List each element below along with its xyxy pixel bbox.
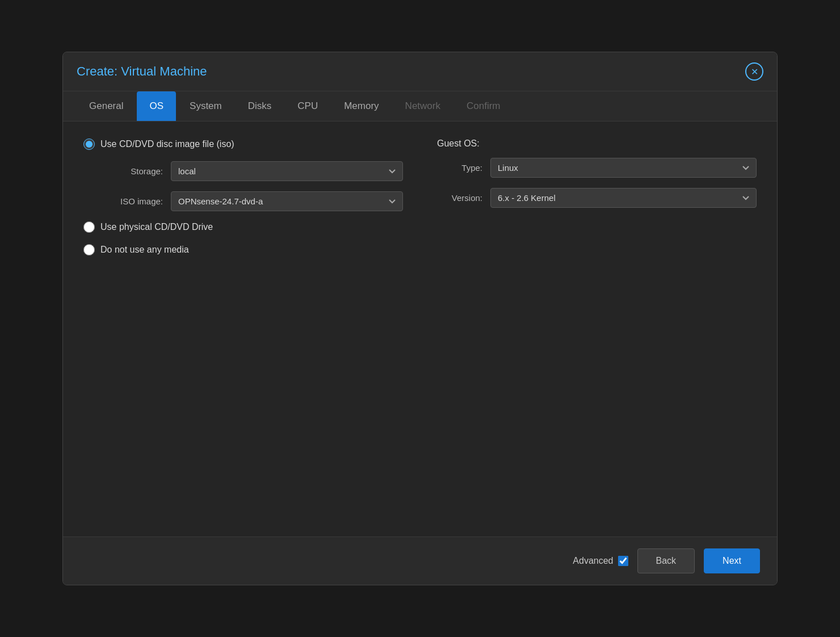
type-select[interactable]: Linux	[490, 158, 757, 178]
tab-bar: General OS System Disks CPU Memory Netwo…	[63, 91, 777, 121]
guest-os-label: Guest OS:	[437, 139, 757, 149]
advanced-checkbox[interactable]	[618, 556, 628, 566]
left-section: Use CD/DVD disc image file (iso) Storage…	[83, 139, 403, 267]
iso-label: ISO image:	[100, 196, 163, 206]
version-row: Version: 6.x - 2.6 Kernel	[437, 188, 757, 208]
dialog-title: Create: Virtual Machine	[77, 64, 207, 79]
version-label: Version:	[437, 193, 482, 203]
tab-cpu[interactable]: CPU	[285, 91, 330, 121]
next-button[interactable]: Next	[704, 548, 760, 573]
iso-image-row: ISO image: OPNsense-24.7-dvd-a	[100, 191, 403, 211]
tab-disks[interactable]: Disks	[236, 91, 284, 121]
radio-none[interactable]	[83, 244, 95, 255]
tab-os[interactable]: OS	[137, 91, 176, 121]
create-vm-dialog: Create: Virtual Machine ✕ General OS Sys…	[62, 52, 778, 585]
type-label: Type:	[437, 163, 482, 173]
version-select[interactable]: 6.x - 2.6 Kernel	[490, 188, 757, 208]
dialog-header: Create: Virtual Machine ✕	[63, 52, 777, 91]
dialog-footer: Advanced Back Next	[63, 537, 777, 585]
tab-network[interactable]: Network	[393, 91, 453, 121]
tab-memory[interactable]: Memory	[331, 91, 391, 121]
tab-system[interactable]: System	[177, 91, 234, 121]
form-section: Use CD/DVD disc image file (iso) Storage…	[83, 139, 757, 267]
tab-general[interactable]: General	[77, 91, 136, 121]
advanced-option: Advanced	[573, 556, 628, 566]
tab-confirm[interactable]: Confirm	[454, 91, 513, 121]
media-option-physical: Use physical CD/DVD Drive	[83, 221, 403, 233]
dialog-body: Use CD/DVD disc image file (iso) Storage…	[63, 121, 777, 537]
right-section: Guest OS: Type: Linux Version: 6.x - 2.6…	[437, 139, 757, 267]
storage-label: Storage:	[100, 166, 163, 176]
radio-none-label: Do not use any media	[100, 245, 189, 255]
iso-select[interactable]: OPNsense-24.7-dvd-a	[171, 191, 403, 211]
advanced-label: Advanced	[573, 556, 613, 566]
close-button[interactable]: ✕	[745, 62, 763, 81]
media-option-iso: Use CD/DVD disc image file (iso)	[83, 139, 403, 150]
radio-physical-label: Use physical CD/DVD Drive	[100, 222, 213, 232]
type-row: Type: Linux	[437, 158, 757, 178]
radio-iso-label: Use CD/DVD disc image file (iso)	[100, 139, 234, 149]
storage-row: Storage: local	[100, 161, 403, 181]
back-button[interactable]: Back	[637, 548, 695, 573]
radio-iso[interactable]	[83, 139, 95, 150]
radio-physical[interactable]	[83, 221, 95, 233]
storage-select[interactable]: local	[171, 161, 403, 181]
media-option-none: Do not use any media	[83, 244, 403, 255]
